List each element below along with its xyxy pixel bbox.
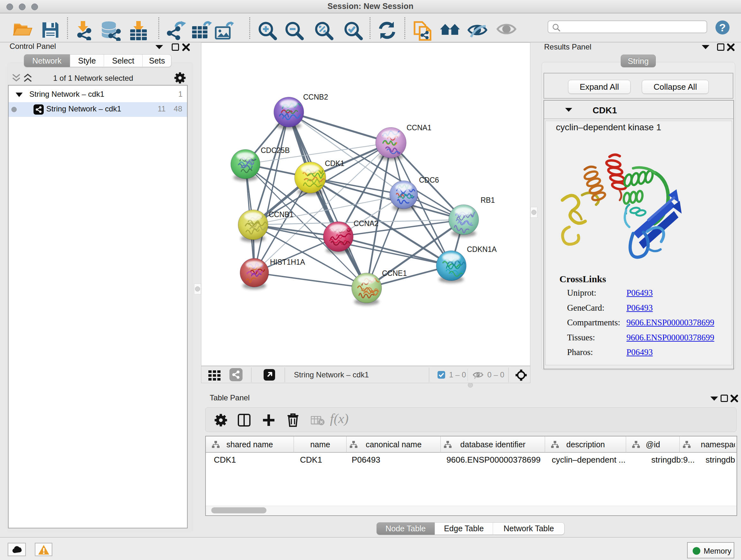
svg-text:CCNB2: CCNB2 <box>303 93 328 101</box>
svg-text:CDC6: CDC6 <box>419 176 439 184</box>
svg-text:CCNB1: CCNB1 <box>269 210 293 219</box>
svg-text:CDK1: CDK1 <box>325 159 344 168</box>
svg-text:CCNE1: CCNE1 <box>382 269 407 277</box>
svg-text:RB1: RB1 <box>481 196 495 204</box>
svg-text:CCNA1: CCNA1 <box>407 124 431 132</box>
svg-text:CCNA2: CCNA2 <box>354 219 379 228</box>
svg-text:CDC25B: CDC25B <box>261 146 290 154</box>
svg-text:CDKN1A: CDKN1A <box>467 245 497 253</box>
svg-text:HIST1H1A: HIST1H1A <box>270 258 306 266</box>
